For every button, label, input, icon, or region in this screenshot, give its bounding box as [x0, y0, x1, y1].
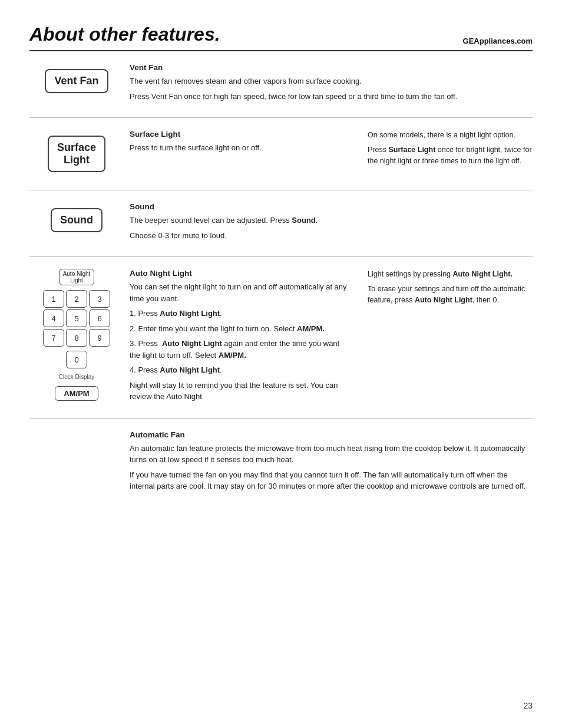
- surface-light-content: Surface Light Press to turn the surface …: [130, 130, 356, 157]
- auto-night-light-intro: You can set the night light to turn on a…: [130, 281, 350, 304]
- surface-light-button-area: Surface Light: [29, 130, 130, 178]
- key-8: 8: [66, 329, 87, 347]
- auto-night-light-keypad: Auto Night Light 1 2 3 4 5 6 7 8 9 0: [29, 269, 130, 401]
- vent-fan-button-area: Vent Fan: [29, 63, 130, 99]
- sound-button-area: Sound: [29, 202, 130, 238]
- auto-step-4: 4. Press Auto Night Light.: [130, 364, 350, 376]
- automatic-fan-desc2: If you have turned the fan on you may fi…: [130, 469, 533, 492]
- auto-night-light-title: Auto Night Light: [130, 269, 350, 278]
- automatic-fan-desc1: An automatic fan feature protects the mi…: [130, 443, 533, 466]
- auto-right-desc1: Light settings by pressing Auto Night Li…: [368, 269, 533, 280]
- surface-light-desc1: Press to turn the surface light on or of…: [130, 142, 350, 154]
- key-7: 7: [43, 329, 64, 347]
- surface-light-title: Surface Light: [130, 130, 350, 139]
- sound-section: Sound Sound The beeper sound level can b…: [29, 190, 533, 257]
- auto-night-light-section: Auto Night Light 1 2 3 4 5 6 7 8 9 0: [29, 257, 533, 419]
- vent-fan-desc1: The vent fan removes steam and other vap…: [130, 75, 527, 87]
- auto-step-1: 1. Press Auto Night Light.: [130, 308, 350, 319]
- keypad-grid: 1 2 3 4 5 6 7 8 9: [43, 290, 110, 347]
- surface-light-button: Surface Light: [48, 136, 105, 172]
- auto-step-2: 2. Enter time you want the light to turn…: [130, 323, 350, 335]
- page-number: 23: [523, 701, 533, 710]
- sound-desc2: Choose 0-3 for mute to loud.: [130, 230, 527, 242]
- surface-light-right: On some models, there is a night light o…: [356, 130, 533, 170]
- clock-display-label: Clock Display: [59, 374, 95, 380]
- key-3: 3: [89, 290, 110, 308]
- auto-night-light-content: Auto Night Light You can set the night l…: [130, 269, 356, 406]
- key-2: 2: [66, 290, 87, 308]
- surface-light-right-desc2: Press Surface Light once for bright ligh…: [368, 144, 533, 167]
- sound-content: Sound The beeper sound level can be adju…: [130, 202, 533, 245]
- keypad-area: Auto Night Light 1 2 3 4 5 6 7 8 9 0: [43, 269, 110, 401]
- surface-light-section: Surface Light Surface Light Press to tur…: [29, 118, 533, 190]
- key-zero-row: 0: [66, 351, 87, 368]
- site-url: GEAppliances.com: [463, 37, 533, 45]
- automatic-fan-section: Automatic Fan An automatic fan feature p…: [29, 419, 533, 508]
- ampm-button: AM/PM: [55, 386, 98, 401]
- sound-title: Sound: [130, 202, 527, 211]
- key-4: 4: [43, 309, 64, 327]
- automatic-fan-title: Automatic Fan: [130, 430, 533, 439]
- page-header: About other features. GEAppliances.com: [29, 24, 533, 51]
- surface-light-right-desc1: On some models, there is a night light o…: [368, 130, 533, 141]
- sound-button: Sound: [51, 208, 103, 232]
- auto-step-3: 3. Press Auto Night Light again and ente…: [130, 338, 350, 361]
- vent-fan-button: Vent Fan: [45, 69, 108, 93]
- key-6: 6: [89, 309, 110, 327]
- auto-night-light-right: Light settings by pressing Auto Night Li…: [356, 269, 533, 309]
- vent-fan-content: Vent Fan The vent fan removes steam and …: [130, 63, 533, 106]
- sound-desc: The beeper sound level can be adjusted. …: [130, 215, 527, 226]
- vent-fan-desc2: Press Vent Fan once for high fan speed, …: [130, 91, 527, 103]
- vent-fan-section: Vent Fan Vent Fan The vent fan removes s…: [29, 51, 533, 118]
- key-1: 1: [43, 290, 64, 308]
- key-9: 9: [89, 329, 110, 347]
- auto-right-desc2: To erase your settings and turn off the …: [368, 284, 533, 306]
- key-5: 5: [66, 309, 87, 327]
- auto-night-light-top-label: Auto Night Light: [59, 269, 95, 285]
- auto-after-steps: Night will stay lit to remind you that t…: [130, 380, 350, 403]
- key-0: 0: [66, 351, 87, 368]
- vent-fan-title: Vent Fan: [130, 63, 527, 72]
- page-title: About other features.: [29, 24, 220, 45]
